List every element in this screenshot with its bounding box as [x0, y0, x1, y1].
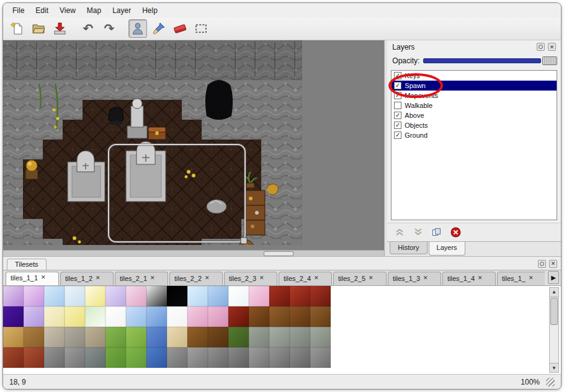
- tile-swatch[interactable]: [290, 327, 310, 347]
- delete-layer-button[interactable]: [450, 227, 461, 238]
- menu-view[interactable]: View: [54, 4, 81, 17]
- opacity-slider[interactable]: [423, 56, 557, 65]
- menu-help[interactable]: Help: [137, 4, 163, 17]
- layer-visibility-checkbox[interactable]: ✓: [394, 92, 401, 99]
- tile-swatch[interactable]: [290, 286, 310, 306]
- tile-swatch[interactable]: [24, 347, 44, 368]
- scroll-up-button[interactable]: ▲: [550, 288, 558, 297]
- layer-visibility-checkbox[interactable]: ✓: [394, 131, 401, 139]
- close-tab-icon[interactable]: ✕: [96, 275, 101, 281]
- map-canvas[interactable]: [3, 40, 385, 256]
- tile-swatch[interactable]: [208, 327, 228, 347]
- tile-swatch[interactable]: [44, 306, 65, 327]
- tile-swatch[interactable]: [24, 286, 44, 306]
- close-tab-icon[interactable]: ✕: [259, 275, 264, 281]
- tile-swatch[interactable]: [249, 347, 269, 368]
- tile-swatch[interactable]: [24, 327, 44, 347]
- tile-swatch[interactable]: [24, 306, 44, 327]
- tile-swatch[interactable]: [105, 327, 126, 347]
- tile-swatch[interactable]: [208, 306, 228, 327]
- new-button[interactable]: [8, 19, 27, 38]
- close-tab-icon[interactable]: ✕: [478, 275, 483, 281]
- horizontal-scrollbar-thumb[interactable]: [264, 251, 293, 256]
- tile-swatch[interactable]: [167, 347, 187, 368]
- tile-swatch[interactable]: [85, 327, 105, 347]
- tile-swatch[interactable]: [65, 327, 85, 347]
- tile-swatch[interactable]: [126, 347, 146, 368]
- tileset-tab-tiles_1_3[interactable]: tiles_1_3✕: [388, 272, 441, 285]
- tile-swatch[interactable]: [187, 347, 208, 368]
- tile-swatch[interactable]: [249, 286, 269, 306]
- tile-swatch[interactable]: [146, 347, 167, 368]
- redo-button[interactable]: ↷: [100, 19, 119, 38]
- map-horizontal-scrollbar[interactable]: [3, 250, 384, 256]
- spawn-tool-button[interactable]: [128, 19, 147, 38]
- tile-swatch[interactable]: [310, 327, 331, 347]
- tile-swatch[interactable]: [167, 327, 187, 347]
- tile-swatch[interactable]: [44, 286, 65, 306]
- tile-swatch[interactable]: [269, 306, 290, 327]
- tile-swatch[interactable]: [228, 286, 249, 306]
- tile-swatch[interactable]: [44, 347, 65, 368]
- layer-row-ground[interactable]: ✓Ground: [392, 130, 557, 140]
- layer-row-mapevents[interactable]: ✓Mapevents: [392, 91, 557, 100]
- tile-swatch[interactable]: [146, 327, 167, 347]
- tileset-tab-tiles_1_[interactable]: tiles_1_✕: [497, 272, 545, 285]
- scroll-tabs-right-button[interactable]: ▶: [548, 271, 559, 284]
- layer-row-keys[interactable]: ✓Keys: [392, 71, 557, 81]
- tile-swatch[interactable]: [290, 347, 310, 368]
- tileset-tab-tiles_2_5[interactable]: tiles_2_5✕: [333, 272, 387, 285]
- open-button[interactable]: [29, 19, 48, 38]
- tile-swatch[interactable]: [65, 347, 85, 368]
- tileset-vertical-scrollbar[interactable]: ▲ ▼: [549, 287, 559, 373]
- tile-swatch[interactable]: [269, 286, 290, 306]
- tileset-tab-tiles_1_1[interactable]: tiles_1_1✕: [6, 272, 59, 285]
- tile-swatch[interactable]: [310, 347, 331, 368]
- close-tab-icon[interactable]: ✕: [369, 275, 374, 281]
- selection-resize-handle[interactable]: [241, 238, 247, 244]
- tile-swatch[interactable]: [187, 286, 208, 306]
- tile-swatch[interactable]: [3, 327, 24, 347]
- menu-layer[interactable]: Layer: [107, 4, 137, 17]
- tile-swatch[interactable]: [187, 306, 208, 327]
- tile-swatch[interactable]: [105, 306, 126, 327]
- select-tool-button[interactable]: [192, 19, 210, 38]
- menu-edit[interactable]: Edit: [30, 4, 54, 17]
- duplicate-layer-button[interactable]: [432, 228, 442, 236]
- layer-row-spawn[interactable]: ✓Spawn: [392, 81, 557, 91]
- tile-swatch[interactable]: [3, 347, 24, 368]
- close-tab-icon[interactable]: ✕: [41, 275, 46, 280]
- tile-swatch[interactable]: [167, 286, 187, 306]
- menu-map[interactable]: Map: [81, 4, 107, 17]
- layer-row-walkable[interactable]: Walkable: [392, 100, 557, 110]
- tile-swatch[interactable]: [44, 327, 65, 347]
- close-tab-icon[interactable]: ✕: [150, 275, 155, 281]
- close-tab-icon[interactable]: ✕: [529, 275, 534, 281]
- tile-swatch[interactable]: [269, 347, 290, 368]
- tile-swatch[interactable]: [146, 286, 167, 306]
- tile-swatch[interactable]: [228, 327, 249, 347]
- paint-tool-button[interactable]: [150, 19, 168, 38]
- close-tab-icon[interactable]: ✕: [314, 275, 319, 281]
- opacity-slider-handle[interactable]: [542, 56, 557, 65]
- tile-swatch[interactable]: [228, 306, 249, 327]
- layer-visibility-checkbox[interactable]: ✓: [394, 72, 401, 79]
- tile-swatch[interactable]: [269, 327, 290, 347]
- layer-visibility-checkbox[interactable]: ✓: [394, 122, 401, 129]
- tile-swatch[interactable]: [126, 327, 146, 347]
- close-tab-icon[interactable]: ✕: [423, 275, 428, 281]
- eraser-tool-button[interactable]: [171, 19, 189, 38]
- close-tilesets-button[interactable]: ✕: [549, 260, 557, 268]
- tile-swatch[interactable]: [249, 327, 269, 347]
- tile-swatch[interactable]: [310, 306, 331, 327]
- tileset-tab-tiles_2_4[interactable]: tiles_2_4✕: [279, 272, 332, 285]
- layer-row-above[interactable]: ✓Above: [392, 110, 557, 120]
- lower-layer-button[interactable]: [413, 228, 423, 236]
- tileset-tab-tiles_2_2[interactable]: tiles_2_2✕: [169, 272, 223, 285]
- layer-visibility-checkbox[interactable]: ✓: [394, 82, 401, 89]
- tile-swatch[interactable]: [208, 347, 228, 368]
- menu-file[interactable]: File: [7, 4, 30, 17]
- resize-grip[interactable]: [546, 378, 555, 386]
- layer-visibility-checkbox[interactable]: [394, 102, 401, 109]
- float-tilesets-button[interactable]: [538, 260, 546, 268]
